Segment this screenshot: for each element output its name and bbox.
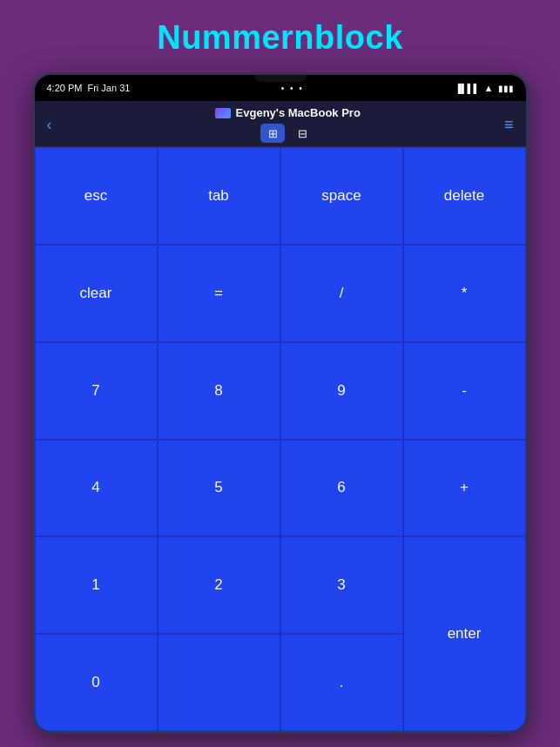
key-equals[interactable]: = [158,245,280,342]
key-8[interactable]: 8 [158,342,280,440]
status-time: 4:20 PM [47,83,83,93]
key-tab[interactable]: tab [158,147,280,245]
device-icon [215,108,231,118]
key-plus[interactable]: + [403,440,526,537]
key-clear[interactable]: clear [35,245,158,342]
key-5[interactable]: 5 [158,440,280,537]
key-divide[interactable]: / [280,245,403,342]
key-space[interactable]: space [280,147,403,245]
tab-bar: ⊞ ⊟ [260,124,314,143]
key-0[interactable]: 0 [35,634,158,731]
back-button[interactable]: ‹ [47,116,71,134]
key-delete[interactable]: delete [403,147,526,245]
tab-arrows[interactable]: ⊟ [290,124,314,143]
status-left: 4:20 PM Fri Jan 31 [47,83,131,93]
key-multiply[interactable]: * [403,245,526,342]
status-date: Fri Jan 31 [87,83,130,93]
key-3[interactable]: 3 [280,536,403,634]
numpad-grid-icon: ⊞ [268,127,278,140]
device-name-row: Evgeny's MacBook Pro [215,106,361,119]
header-center: Evgeny's MacBook Pro ⊞ ⊟ [215,106,361,143]
app-header: ‹ Evgeny's MacBook Pro ⊞ ⊟ ≡ [35,101,526,147]
key-minus[interactable]: - [403,342,526,440]
battery-icon: ▮▮▮ [498,84,514,93]
tab-numpad[interactable]: ⊞ [260,124,285,143]
signal-icon: ▐▌▌▌ [455,84,479,93]
key-enter[interactable]: enter [403,536,526,731]
arrows-icon: ⊟ [298,127,307,140]
key-9[interactable]: 9 [280,342,403,440]
device-name: Evgeny's MacBook Pro [236,106,361,119]
status-right: ▐▌▌▌ ▲ ▮▮▮ [455,83,513,93]
tablet-frame: 4:20 PM Fri Jan 31 • • • ▐▌▌▌ ▲ ▮▮▮ ‹ Ev… [32,72,529,734]
menu-button[interactable]: ≡ [504,116,514,134]
key-dot[interactable]: . [280,634,403,731]
key-esc[interactable]: esc [35,147,158,245]
key-2[interactable]: 2 [158,536,280,634]
numpad-grid: esc tab space delete clear = / * 7 8 9 -… [35,147,526,731]
status-dots: • • • [281,84,304,93]
camera-notch [254,75,307,82]
wifi-icon: ▲ [484,83,494,93]
page-title: Nummernblock [157,19,403,57]
key-1[interactable]: 1 [35,536,158,634]
key-4[interactable]: 4 [35,440,158,537]
key-6[interactable]: 6 [280,440,403,537]
key-7[interactable]: 7 [35,342,158,440]
key-empty [158,634,280,731]
